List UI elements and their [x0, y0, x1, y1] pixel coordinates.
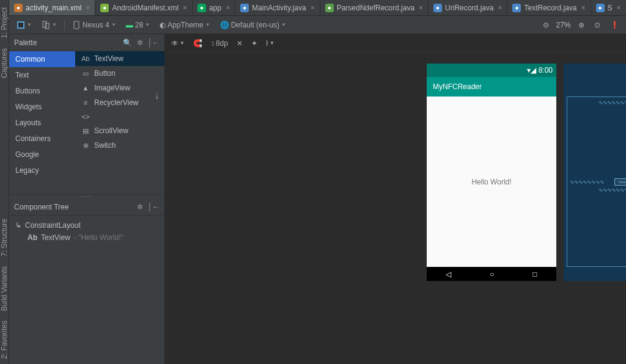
- svg-rect-4: [74, 21, 79, 29]
- zoom-out-icon[interactable]: ⊖: [540, 20, 551, 31]
- constraint-left: ∿∿∿∿∿∿∿∿: [570, 179, 614, 185]
- hello-text[interactable]: Hello World!: [471, 178, 511, 186]
- tab-textrecord-java[interactable]: ●TextRecord.java×: [507, 0, 591, 15]
- svg-rect-1: [18, 23, 23, 27]
- palette-cat-common[interactable]: Common: [9, 51, 75, 67]
- locale-picker[interactable]: 🌐Default (en-us)▼: [218, 20, 289, 31]
- palette-cat-containers[interactable]: Containers: [9, 131, 75, 147]
- palette-header: Palette 🔍 ✲ │←: [9, 34, 164, 51]
- component-tree: ↳ ConstraintLayout Ab TextView - "Hello …: [9, 216, 164, 364]
- left-panel: Palette 🔍 ✲ │← CommonTextButtonsWidgetsL…: [9, 34, 165, 364]
- palette-item-scrollview[interactable]: ▤ScrollView: [75, 123, 164, 138]
- close-icon[interactable]: ×: [419, 4, 423, 12]
- close-icon[interactable]: ×: [86, 4, 90, 12]
- download-icon[interactable]: ⭳: [153, 92, 161, 100]
- api-picker[interactable]: ▬28▼: [123, 20, 152, 31]
- design-canvas: 👁▼ 🧲 ↕8dp ✕ ✦ Ⅰ▼ ▾◢ 8:00 MyNFCReader: [165, 34, 626, 364]
- blueprint-preview[interactable]: ∿∿∿∿∿∿∿∿∿∿∿∿∿∿ ∿∿∿∿∿∿∿∿∿∿∿∿∿∿ ∿∿∿∿∿∿∿∿ ∿…: [564, 64, 626, 281]
- component-tree-header: Component Tree ✲ │←: [9, 198, 164, 216]
- clear-constraints-icon[interactable]: ✕: [237, 39, 243, 48]
- tree-hide-icon[interactable]: │←: [148, 203, 160, 211]
- tree-title: Component Tree: [14, 203, 68, 211]
- widget-icon: ≡: [81, 99, 90, 106]
- close-icon[interactable]: ×: [498, 4, 502, 12]
- blueprint-textview[interactable]: Hello World!: [614, 178, 626, 186]
- palette-item-textview[interactable]: AbTextView: [75, 51, 164, 66]
- widget-icon: Ab: [81, 55, 90, 62]
- device-picker[interactable]: Nexus 4▼: [70, 20, 119, 31]
- screen-content[interactable]: Hello World!: [427, 96, 556, 267]
- svg-rect-3: [45, 23, 49, 29]
- svg-rect-2: [43, 21, 46, 27]
- tab-parsedndefrecord-java[interactable]: ●ParsedNdefRecord.java×: [320, 0, 429, 15]
- magnet-icon[interactable]: 🧲: [193, 39, 202, 48]
- palette-item-switch[interactable]: ⊕Switch: [75, 138, 164, 153]
- tab-activity_main-xml[interactable]: ●activity_main.xml×: [9, 0, 95, 15]
- tab-app[interactable]: ●app×: [193, 0, 235, 15]
- palette-item-button[interactable]: ▭Button: [75, 66, 164, 81]
- widget-icon: ▲: [81, 84, 90, 92]
- palette-hide-icon[interactable]: │←: [148, 38, 160, 47]
- palette-cat-widgets[interactable]: Widgets: [9, 99, 75, 115]
- close-icon[interactable]: ×: [311, 4, 315, 12]
- tab-mainactivity-java[interactable]: ●MainActivity.java×: [235, 0, 320, 15]
- default-margin[interactable]: ↕8dp: [211, 39, 228, 48]
- select-mode-icon[interactable]: 👁▼: [171, 39, 185, 48]
- design-surface[interactable]: ▾◢ 8:00 MyNFCReader Hello World! ◁ ○ □: [165, 53, 626, 364]
- rail-captures[interactable]: Captures: [0, 43, 9, 83]
- palette-title: Palette: [14, 38, 37, 47]
- device-preview[interactable]: ▾◢ 8:00 MyNFCReader Hello World! ◁ ○ □: [427, 64, 556, 281]
- tree-child-textview[interactable]: Ab TextView - "Hello World!": [9, 231, 164, 244]
- blueprint-bounds: ∿∿∿∿∿∿∿∿∿∿∿∿∿∿ ∿∿∿∿∿∿∿∿∿∿∿∿∿∿ ∿∿∿∿∿∿∿∿ ∿…: [567, 96, 626, 267]
- close-icon[interactable]: ×: [226, 4, 230, 12]
- palette-settings-icon[interactable]: ✲: [137, 38, 143, 47]
- tab-androidmanifest-xml[interactable]: ●AndroidManifest.xml×: [95, 0, 193, 15]
- warnings-icon[interactable]: ❗: [608, 20, 622, 31]
- recents-icon: □: [532, 270, 537, 278]
- palette-item-recyclerview[interactable]: ≡RecyclerView: [75, 95, 164, 110]
- widget-icon: ▭: [81, 70, 90, 78]
- palette-cat-legacy[interactable]: Legacy: [9, 162, 75, 178]
- constraintlayout-icon: ↳: [15, 221, 21, 230]
- widget-icon: ▤: [81, 127, 90, 135]
- tab-s[interactable]: ●S×: [591, 0, 626, 15]
- theme-picker[interactable]: ◐AppTheme▼: [157, 20, 213, 31]
- palette-cat-text[interactable]: Text: [9, 67, 75, 83]
- close-icon[interactable]: ×: [617, 4, 621, 12]
- zoom-in-icon[interactable]: ⊕: [576, 20, 587, 31]
- palette-categories: CommonTextButtonsWidgetsLayoutsContainer…: [9, 51, 75, 194]
- palette-item-imageview[interactable]: ▲ImageView: [75, 81, 164, 95]
- design-surface-toggle[interactable]: ▼: [14, 20, 34, 31]
- orientation-toggle[interactable]: ▼: [39, 20, 59, 31]
- tree-root[interactable]: ↳ ConstraintLayout: [9, 219, 164, 231]
- tab-urirecord-java[interactable]: ●UriRecord.java×: [429, 0, 507, 15]
- zoom-fit-icon[interactable]: ⊙: [592, 20, 603, 31]
- rail-build-variants[interactable]: Build Variants: [0, 261, 9, 316]
- constraint-top: ∿∿∿∿∿∿∿∿∿∿∿∿∿∿: [598, 100, 626, 177]
- rail-favorites[interactable]: 2: Favorites: [0, 316, 9, 364]
- palette-cat-buttons[interactable]: Buttons: [9, 83, 75, 99]
- close-icon[interactable]: ×: [581, 4, 586, 12]
- nav-bar: ◁ ○ □: [427, 267, 556, 281]
- palette-search-icon[interactable]: 🔍: [123, 38, 132, 47]
- constraint-bottom: ∿∿∿∿∿∿∿∿∿∿∿∿∿∿: [598, 187, 626, 264]
- canvas-toolbar: 👁▼ 🧲 ↕8dp ✕ ✦ Ⅰ▼: [165, 34, 626, 53]
- rail-project[interactable]: 1: Project: [0, 2, 9, 43]
- infer-constraints-icon[interactable]: ✦: [251, 39, 257, 48]
- close-icon[interactable]: ×: [183, 4, 187, 12]
- back-icon: ◁: [446, 270, 451, 278]
- status-time: 8:00: [539, 66, 553, 75]
- palette-cat-google[interactable]: Google: [9, 147, 75, 162]
- palette-cat-layouts[interactable]: Layouts: [9, 115, 75, 131]
- app-title: MyNFCReader: [433, 82, 482, 91]
- widget-icon: <>: [81, 113, 90, 120]
- palette-item-fragment[interactable]: <>: [75, 110, 164, 123]
- left-tool-rail: 1: Project Captures 7: Structure Build V…: [0, 0, 9, 364]
- wifi-icon: ▾◢: [527, 66, 536, 75]
- zoom-level: 27%: [556, 21, 571, 29]
- home-icon: ○: [490, 270, 494, 278]
- rail-structure[interactable]: 7: Structure: [0, 214, 9, 261]
- editor-tabs: ●activity_main.xml×●AndroidManifest.xml×…: [9, 0, 626, 16]
- guidelines-icon[interactable]: Ⅰ▼: [266, 39, 274, 48]
- tree-settings-icon[interactable]: ✲: [137, 203, 143, 211]
